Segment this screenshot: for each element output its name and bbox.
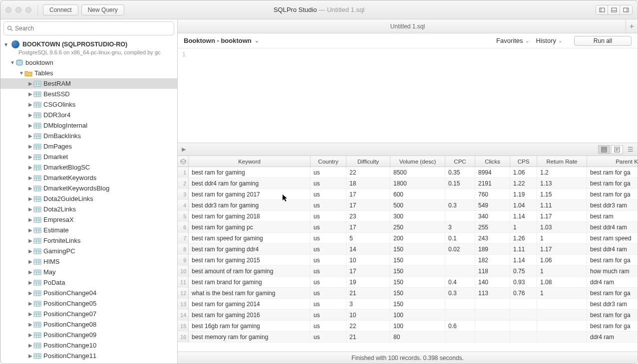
cell[interactable]: 23	[346, 211, 390, 222]
cell[interactable]: best ram speed	[587, 233, 638, 244]
column-header[interactable]: Country	[311, 156, 346, 167]
table-row[interactable]: 5best ram for gaming 2018us233003401.141…	[178, 211, 638, 222]
cell[interactable]	[445, 211, 475, 222]
cell[interactable]: us	[311, 332, 346, 343]
cell[interactable]: 1.19	[510, 189, 537, 200]
cell[interactable]: 182	[475, 255, 510, 266]
cell[interactable]: 1.04	[510, 200, 537, 211]
cell[interactable]: best ram for gaming pc	[189, 222, 311, 233]
cell[interactable]: best ram brand for gaming	[189, 277, 311, 288]
cell[interactable]	[445, 255, 475, 266]
tree-item[interactable]: ▶PositionChange08	[0, 319, 177, 330]
tree-item[interactable]: ▶DmarketKeywords	[0, 173, 177, 183]
table-row[interactable]: 9best ram for gaming 2015us101501821.141…	[178, 255, 638, 266]
cell[interactable]: us	[311, 178, 346, 189]
cell[interactable]	[445, 299, 475, 310]
cell[interactable]: 80	[390, 332, 445, 343]
cell[interactable]: best ram for ga	[587, 167, 638, 178]
tree-item[interactable]: ▶Dmarket	[0, 152, 177, 162]
table-row[interactable]: 2best ddr4 ram for gamingus1818000.15219…	[178, 178, 638, 189]
column-header[interactable]: Volume (desc)	[390, 156, 445, 167]
cell[interactable]: 1	[537, 288, 587, 299]
table-row[interactable]: 4best ddr3 ram for gamingus175000.35491.…	[178, 200, 638, 211]
cell[interactable]: us	[311, 222, 346, 233]
tree-item[interactable]: ▶Dota2GuideLinks	[0, 193, 177, 204]
cell[interactable]	[510, 310, 537, 321]
cell[interactable]: 3	[445, 222, 475, 233]
cell[interactable]: best ram for gaming 2016	[189, 310, 311, 321]
column-header[interactable]: CPC	[445, 156, 475, 167]
cell[interactable]: us	[311, 266, 346, 277]
table-row[interactable]: 3best ram for gaming 2017us176007601.191…	[178, 189, 638, 200]
tree-item[interactable]: ▶GamingPC	[0, 246, 177, 256]
cell[interactable]: 300	[390, 211, 445, 222]
minimize-icon[interactable]	[15, 7, 21, 13]
tree-item[interactable]: ▼booktown	[0, 57, 177, 68]
table-row[interactable]: 8best ram for gaming ddr4us141500.021891…	[178, 244, 638, 255]
cell[interactable]: 10	[346, 310, 390, 321]
cell[interactable]	[537, 299, 587, 310]
table-row[interactable]: 6best ram for gaming pcus17250325511.03b…	[178, 222, 638, 233]
cell[interactable]: 0.3	[445, 200, 475, 211]
cell[interactable]: 1.2	[537, 167, 587, 178]
cell[interactable]: 549	[475, 200, 510, 211]
tree-item[interactable]: ▶DmBacklinks	[0, 131, 177, 141]
history-menu[interactable]: History⌄	[536, 37, 562, 44]
cell[interactable]: best ram for gaming	[189, 167, 311, 178]
cell[interactable]: 1.06	[537, 255, 587, 266]
cell[interactable]: best ddr3 ram	[587, 299, 638, 310]
cell[interactable]: 150	[390, 288, 445, 299]
breadcrumb[interactable]: Booktown - booktown⌄	[184, 37, 259, 44]
tree-item[interactable]: ▶FortniteLinks	[0, 235, 177, 246]
cell[interactable]: 1.06	[510, 167, 537, 178]
cell[interactable]: 255	[475, 222, 510, 233]
cell[interactable]: 1.15	[537, 189, 587, 200]
cell[interactable]: 760	[475, 189, 510, 200]
cell[interactable]: 0.35	[445, 167, 475, 178]
cell[interactable]: 22	[346, 167, 390, 178]
cell[interactable]: 1.14	[510, 255, 537, 266]
cell[interactable]: 17	[346, 200, 390, 211]
table-row[interactable]: 14best ram for gaming 2016us10100best ra…	[178, 310, 638, 321]
corner-icon[interactable]	[178, 156, 189, 167]
cell[interactable]: 600	[390, 189, 445, 200]
results-grid[interactable]: KeywordCountryDifficultyVolume (desc)CPC…	[178, 156, 638, 352]
cell[interactable]: 1.08	[537, 277, 587, 288]
cell[interactable]	[475, 321, 510, 332]
cell[interactable]: 113	[475, 288, 510, 299]
column-header[interactable]: Difficulty	[346, 156, 390, 167]
cell[interactable]: what is the best ram for gaming	[189, 288, 311, 299]
tree-item[interactable]: ▶PositionChange12	[0, 361, 177, 364]
cell[interactable]: 0.6	[445, 321, 475, 332]
cell[interactable]	[510, 299, 537, 310]
close-icon[interactable]	[5, 7, 11, 13]
cell[interactable]: 140	[475, 277, 510, 288]
grid-body[interactable]: 1best ram for gamingus2285000.3589941.06…	[178, 167, 638, 352]
cell[interactable]: us	[311, 288, 346, 299]
tree-item[interactable]: ▶BestSSD	[0, 89, 177, 99]
cell[interactable]: us	[311, 299, 346, 310]
cell[interactable]	[445, 266, 475, 277]
column-header[interactable]: Clicks	[475, 156, 510, 167]
tree-item[interactable]: ▶DmPages	[0, 141, 177, 152]
cell[interactable]	[475, 332, 510, 343]
cell[interactable]: best ddr3 ram for gaming	[189, 200, 311, 211]
cell[interactable]: best ram for gaming 2017	[189, 189, 311, 200]
tree-item[interactable]: ▶PositionChange09	[0, 330, 177, 340]
table-row[interactable]: 1best ram for gamingus2285000.3589941.06…	[178, 167, 638, 178]
cell[interactable]: 0.02	[445, 244, 475, 255]
run-icon[interactable]: ▶	[182, 146, 186, 153]
cell[interactable]: 1	[510, 222, 537, 233]
cell[interactable]	[537, 321, 587, 332]
tree-item[interactable]: ▶PositionChange05	[0, 298, 177, 309]
cell[interactable]: 150	[390, 277, 445, 288]
tree-item[interactable]: ▶EmpresaX	[0, 214, 177, 225]
cell[interactable]: us	[311, 211, 346, 222]
cell[interactable]: best ddr3 ram	[587, 200, 638, 211]
table-row[interactable]: 12what is the best ram for gamingus21150…	[178, 288, 638, 299]
cell[interactable]: 0.4	[445, 277, 475, 288]
cell[interactable]: 1.13	[537, 178, 587, 189]
cell[interactable]: 1	[537, 233, 587, 244]
cell[interactable]: ddr4 ram	[587, 277, 638, 288]
cell[interactable]: best ram for ga	[587, 321, 638, 332]
